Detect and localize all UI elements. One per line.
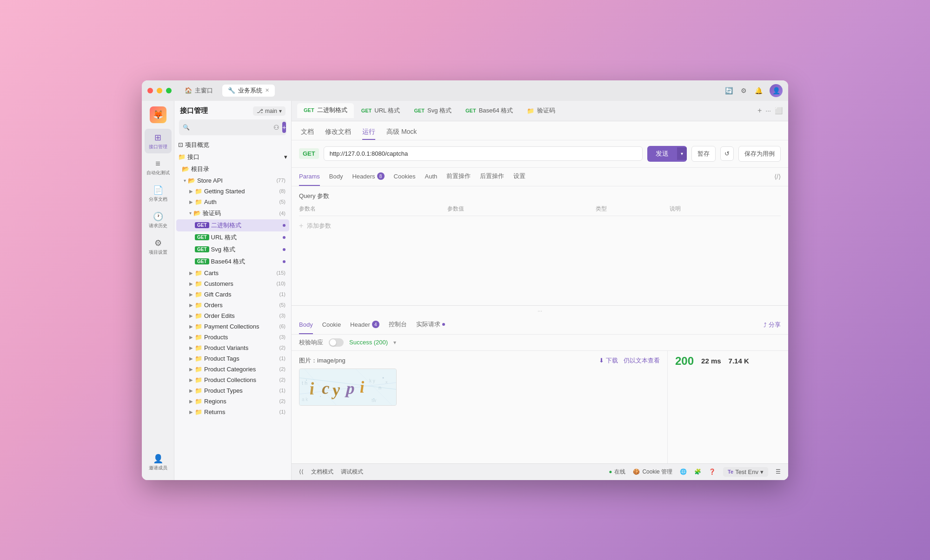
branch-selector[interactable]: ⎇ main ▾ (253, 106, 286, 116)
api-nav-label: 接口管理 (149, 144, 167, 150)
sidebar-item-invite[interactable]: 👤 邀请成员 (145, 450, 172, 474)
sub-tab-run[interactable]: 运行 (362, 125, 375, 140)
sub-tab-edit-doc[interactable]: 修改文档 (325, 125, 351, 140)
sidebar-item-settings[interactable]: ⚙ 项目设置 (145, 234, 172, 259)
split-view-icon[interactable]: ⬜ (775, 107, 783, 114)
search-input[interactable] (193, 124, 271, 131)
tree-item-product-categories[interactable]: ▶ 📁 Product Categories (2) (176, 364, 289, 375)
tree-item-product-variants[interactable]: ▶ 📁 Product Variants (2) (176, 343, 289, 353)
tree-item-products[interactable]: ▶ 📁 Products (3) (176, 332, 289, 343)
tree-item-store-api[interactable]: ▾ 📂 Store API (77) (176, 175, 289, 186)
save-button[interactable]: 暂存 (691, 146, 716, 162)
response-tab-cookie[interactable]: Cookie (322, 316, 341, 334)
tab-svg[interactable]: GET Svg 格式 (407, 104, 458, 118)
save-as-example-button[interactable]: 保存为用例 (738, 146, 781, 162)
puzzle-icon-button[interactable]: 🧩 (694, 468, 701, 475)
params-tab-params[interactable]: Params (299, 168, 320, 186)
send-dropdown-icon[interactable]: ▾ (677, 147, 687, 160)
collapse-left-button[interactable]: ⟨⟨ (299, 468, 304, 475)
close-button[interactable] (147, 88, 153, 93)
sidebar-item-history[interactable]: 🕐 请求历史 (145, 208, 172, 232)
tab-base64[interactable]: GET Base64 格式 (459, 104, 519, 118)
tab-close-icon[interactable]: ✕ (265, 87, 269, 93)
avatar-icon[interactable]: 👤 (770, 84, 783, 97)
project-overview-item[interactable]: ⊡ 项目概览 (174, 139, 291, 151)
sidebar-item-auto[interactable]: ≡ 自动化测试 (145, 155, 172, 179)
add-button[interactable]: + (282, 122, 286, 133)
tree-item-captcha[interactable]: ▾ 📂 验证码 (4) (176, 207, 289, 219)
product-collections-count: (2) (279, 377, 286, 382)
tree-item-orders[interactable]: ▶ 📁 Orders (5) (176, 300, 289, 310)
tree-item-order-edits[interactable]: ▶ 📁 Order Edits (3) (176, 310, 289, 321)
share-button[interactable]: ⤴ 分享 (764, 321, 781, 329)
send-button[interactable]: 发送 ▾ (647, 146, 687, 162)
response-tab-actual[interactable]: 实际请求 (416, 316, 445, 334)
download-button[interactable]: ⬇ 下载 (599, 356, 618, 365)
globe-icon-button[interactable]: 🌐 (680, 468, 687, 475)
params-tab-cookies[interactable]: Cookies (394, 168, 416, 186)
response-tab-console[interactable]: 控制台 (389, 316, 407, 334)
add-tab-icon[interactable]: + (757, 106, 762, 115)
col-param-value: 参数值 (447, 205, 596, 213)
doc-mode-button[interactable]: 文档模式 (311, 468, 333, 476)
debug-mode-button[interactable]: 调试模式 (341, 468, 363, 476)
settings-icon[interactable]: ⚙ (740, 87, 747, 94)
sub-tab-doc[interactable]: 文档 (301, 125, 314, 140)
more-tabs-icon[interactable]: ··· (765, 107, 771, 114)
env-selector[interactable]: Te Test Env ▾ (723, 467, 768, 477)
params-tab-settings[interactable]: 设置 (513, 168, 525, 186)
interface-item[interactable]: 📁 接口 ▾ (174, 151, 291, 163)
tree-item-auth[interactable]: ▶ 📁 Auth (5) (176, 197, 289, 207)
get-badge-binary: GET (195, 222, 209, 228)
params-tab-body[interactable]: Body (329, 168, 343, 186)
active-title-tab[interactable]: 🔧 业务系统 ✕ (222, 85, 275, 97)
svg-text:tw: tw (372, 398, 377, 403)
tree-item-svg[interactable]: GET Svg 格式 (176, 244, 289, 256)
tree-item-returns[interactable]: ▶ 📁 Returns (1) (176, 407, 289, 417)
tree-item-product-collections[interactable]: ▶ 📁 Product Collections (2) (176, 375, 289, 385)
folder-types-icon: 📁 (195, 387, 202, 394)
bottom-right: ● 在线 🍪 Cookie 管理 🌐 🧩 ❓ (609, 467, 781, 477)
tree-item-getting-started[interactable]: ▶ 📁 Getting Started (8) (176, 186, 289, 197)
root-item[interactable]: 📂 根目录 (174, 163, 291, 175)
code-view-icon[interactable]: ⟨/⟩ (774, 173, 781, 180)
filter-icon[interactable]: ⚇ (273, 124, 279, 131)
tree-item-regions[interactable]: ▶ 📁 Regions (2) (176, 396, 289, 407)
refresh-icon[interactable]: 🔄 (725, 87, 732, 94)
maximize-button[interactable] (166, 88, 172, 93)
params-tab-auth[interactable]: Auth (425, 168, 438, 186)
add-param-row[interactable]: + 添加参数 (299, 219, 781, 233)
response-tab-header[interactable]: Header 4 (350, 316, 379, 334)
tree-item-carts[interactable]: ▶ 📁 Carts (15) (176, 268, 289, 278)
minimize-button[interactable] (157, 88, 162, 93)
tab-binary[interactable]: GET 二进制格式 (297, 103, 354, 118)
tab-url[interactable]: GET URL 格式 (355, 104, 407, 118)
tree-item-product-types[interactable]: ▶ 📁 Product Types (1) (176, 385, 289, 396)
params-tab-post[interactable]: 后置操作 (480, 168, 504, 186)
active-tab-label: 业务系统 (238, 86, 262, 95)
tree-item-gift-cards[interactable]: ▶ 📁 Gift Cards (1) (176, 289, 289, 300)
verify-toggle[interactable] (329, 338, 344, 347)
refresh-request-icon[interactable]: ↺ (720, 146, 734, 161)
sidebar-item-api[interactable]: ⊞ 接口管理 (145, 129, 172, 153)
tree-item-binary[interactable]: GET 二进制格式 (176, 219, 289, 231)
cookie-manager-button[interactable]: 🍪 Cookie 管理 (633, 468, 672, 476)
url-input[interactable] (324, 146, 643, 161)
text-view-button[interactable]: 仍以文本查看 (624, 356, 660, 365)
menu-icon-button[interactable]: ☰ (776, 468, 781, 475)
params-tab-pre[interactable]: 前置操作 (446, 168, 471, 186)
notification-icon[interactable]: 🔔 (755, 87, 762, 94)
params-tab-headers[interactable]: Headers 8 (352, 168, 384, 186)
help-icon-button[interactable]: ❓ (709, 468, 716, 475)
tab-captcha-folder[interactable]: 📁 验证码 (520, 104, 562, 118)
sub-tab-mock[interactable]: 高级 Mock (386, 125, 417, 140)
response-tab-body[interactable]: Body (299, 316, 313, 334)
tree-item-payment-collections[interactable]: ▶ 📁 Payment Collections (6) (176, 321, 289, 332)
tree-item-base64[interactable]: GET Base64 格式 (176, 256, 289, 268)
tree-item-product-tags[interactable]: ▶ 📁 Product Tags (1) (176, 353, 289, 364)
home-tab[interactable]: 🏠 主窗口 (179, 85, 219, 97)
sidebar-item-share[interactable]: 📄 分享文档 (145, 181, 172, 206)
tree-item-url[interactable]: GET URL 格式 (176, 231, 289, 244)
app-logo[interactable]: 🦊 (150, 106, 166, 123)
tree-item-customers[interactable]: ▶ 📁 Customers (10) (176, 278, 289, 289)
